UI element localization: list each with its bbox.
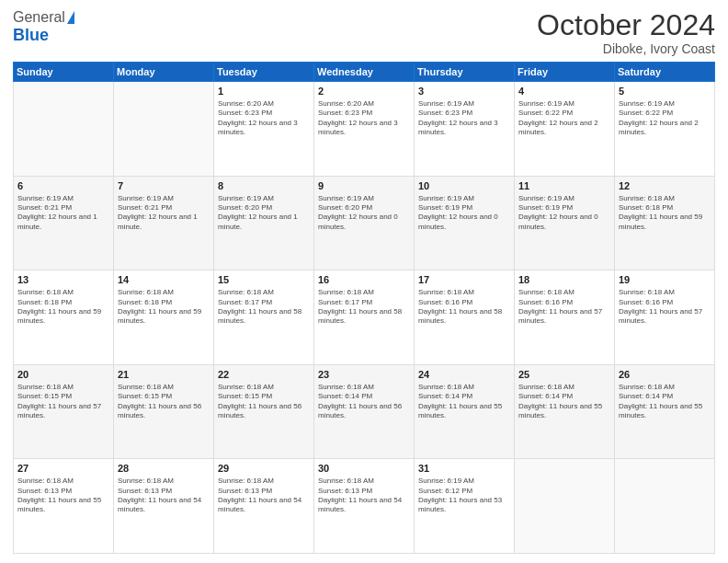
day-info: Sunrise: 6:19 AM Sunset: 6:19 PM Dayligh… xyxy=(518,194,610,233)
day-number: 9 xyxy=(318,179,410,193)
calendar-cell: 22Sunrise: 6:18 AM Sunset: 6:15 PM Dayli… xyxy=(214,364,314,459)
calendar-cell: 27Sunrise: 6:18 AM Sunset: 6:13 PM Dayli… xyxy=(14,459,114,554)
day-info: Sunrise: 6:18 AM Sunset: 6:15 PM Dayligh… xyxy=(17,383,109,421)
day-number: 14 xyxy=(118,273,210,287)
day-number: 15 xyxy=(218,273,310,287)
day-info: Sunrise: 6:19 AM Sunset: 6:12 PM Dayligh… xyxy=(418,477,510,515)
calendar-cell xyxy=(114,82,214,177)
page: General Blue October 2024 Diboke, Ivory … xyxy=(0,0,728,563)
day-number: 23 xyxy=(318,368,410,382)
day-number: 17 xyxy=(418,273,510,287)
calendar-cell: 23Sunrise: 6:18 AM Sunset: 6:14 PM Dayli… xyxy=(314,364,415,459)
day-number: 19 xyxy=(619,273,711,287)
day-number: 3 xyxy=(418,85,510,98)
logo-triangle-icon xyxy=(67,11,74,24)
day-number: 11 xyxy=(518,179,610,193)
day-number: 2 xyxy=(318,85,410,98)
title-block: October 2024 Diboke, Ivory Coast xyxy=(537,9,715,56)
day-info: Sunrise: 6:19 AM Sunset: 6:23 PM Dayligh… xyxy=(418,99,510,138)
day-number: 5 xyxy=(619,85,711,98)
day-info: Sunrise: 6:20 AM Sunset: 6:23 PM Dayligh… xyxy=(318,99,410,138)
day-number: 8 xyxy=(218,179,310,193)
day-info: Sunrise: 6:18 AM Sunset: 6:14 PM Dayligh… xyxy=(418,383,510,421)
day-number: 1 xyxy=(218,85,310,98)
day-info: Sunrise: 6:18 AM Sunset: 6:16 PM Dayligh… xyxy=(518,288,610,327)
day-info: Sunrise: 6:18 AM Sunset: 6:15 PM Dayligh… xyxy=(218,383,310,421)
day-info: Sunrise: 6:18 AM Sunset: 6:14 PM Dayligh… xyxy=(518,383,610,421)
day-info: Sunrise: 6:19 AM Sunset: 6:21 PM Dayligh… xyxy=(118,194,210,233)
calendar-cell: 30Sunrise: 6:18 AM Sunset: 6:13 PM Dayli… xyxy=(314,459,415,554)
calendar-cell: 12Sunrise: 6:18 AM Sunset: 6:18 PM Dayli… xyxy=(615,176,715,270)
day-number: 20 xyxy=(17,368,109,382)
calendar-cell: 28Sunrise: 6:18 AM Sunset: 6:13 PM Dayli… xyxy=(114,459,214,554)
calendar-cell: 29Sunrise: 6:18 AM Sunset: 6:13 PM Dayli… xyxy=(214,459,314,554)
day-number: 6 xyxy=(17,179,109,193)
calendar-cell: 16Sunrise: 6:18 AM Sunset: 6:17 PM Dayli… xyxy=(314,270,415,365)
calendar-cell: 13Sunrise: 6:18 AM Sunset: 6:18 PM Dayli… xyxy=(14,270,114,365)
day-number: 16 xyxy=(318,273,410,287)
calendar-week-1: 1Sunrise: 6:20 AM Sunset: 6:23 PM Daylig… xyxy=(14,82,715,177)
col-wednesday: Wednesday xyxy=(314,63,415,82)
location-subtitle: Diboke, Ivory Coast xyxy=(537,41,715,56)
calendar-cell: 6Sunrise: 6:19 AM Sunset: 6:21 PM Daylig… xyxy=(14,176,114,270)
col-friday: Friday xyxy=(515,63,615,82)
day-number: 21 xyxy=(118,368,210,382)
day-info: Sunrise: 6:18 AM Sunset: 6:17 PM Dayligh… xyxy=(318,288,410,327)
day-info: Sunrise: 6:19 AM Sunset: 6:22 PM Dayligh… xyxy=(518,99,610,138)
calendar-cell: 11Sunrise: 6:19 AM Sunset: 6:19 PM Dayli… xyxy=(515,176,615,270)
calendar-week-2: 6Sunrise: 6:19 AM Sunset: 6:21 PM Daylig… xyxy=(14,176,715,270)
calendar-cell: 9Sunrise: 6:19 AM Sunset: 6:20 PM Daylig… xyxy=(314,176,415,270)
calendar-cell: 21Sunrise: 6:18 AM Sunset: 6:15 PM Dayli… xyxy=(114,364,214,459)
calendar-cell: 20Sunrise: 6:18 AM Sunset: 6:15 PM Dayli… xyxy=(14,364,114,459)
day-info: Sunrise: 6:18 AM Sunset: 6:13 PM Dayligh… xyxy=(218,477,310,515)
day-info: Sunrise: 6:18 AM Sunset: 6:14 PM Dayligh… xyxy=(318,383,410,421)
col-saturday: Saturday xyxy=(615,63,715,82)
logo-blue-text: Blue xyxy=(13,26,49,44)
day-number: 10 xyxy=(418,179,510,193)
day-info: Sunrise: 6:19 AM Sunset: 6:22 PM Dayligh… xyxy=(619,99,711,138)
day-number: 28 xyxy=(118,462,210,476)
calendar-cell: 3Sunrise: 6:19 AM Sunset: 6:23 PM Daylig… xyxy=(415,82,515,177)
calendar-cell xyxy=(515,459,615,554)
day-number: 22 xyxy=(218,368,310,382)
calendar-week-3: 13Sunrise: 6:18 AM Sunset: 6:18 PM Dayli… xyxy=(14,270,715,365)
calendar-header-row: Sunday Monday Tuesday Wednesday Thursday… xyxy=(14,63,715,82)
day-number: 12 xyxy=(619,179,711,193)
calendar-cell: 25Sunrise: 6:18 AM Sunset: 6:14 PM Dayli… xyxy=(515,364,615,459)
col-monday: Monday xyxy=(114,63,214,82)
calendar-table: Sunday Monday Tuesday Wednesday Thursday… xyxy=(13,62,715,554)
col-tuesday: Tuesday xyxy=(214,63,314,82)
calendar-cell: 4Sunrise: 6:19 AM Sunset: 6:22 PM Daylig… xyxy=(515,82,615,177)
day-number: 7 xyxy=(118,179,210,193)
day-number: 13 xyxy=(17,273,109,287)
calendar-cell: 24Sunrise: 6:18 AM Sunset: 6:14 PM Dayli… xyxy=(415,364,515,459)
day-number: 4 xyxy=(518,85,610,98)
day-number: 24 xyxy=(418,368,510,382)
calendar-cell xyxy=(14,82,114,177)
day-info: Sunrise: 6:18 AM Sunset: 6:13 PM Dayligh… xyxy=(318,477,410,515)
calendar-cell: 5Sunrise: 6:19 AM Sunset: 6:22 PM Daylig… xyxy=(615,82,715,177)
col-sunday: Sunday xyxy=(14,63,114,82)
day-info: Sunrise: 6:18 AM Sunset: 6:18 PM Dayligh… xyxy=(619,194,711,233)
day-info: Sunrise: 6:18 AM Sunset: 6:13 PM Dayligh… xyxy=(17,477,109,515)
day-info: Sunrise: 6:18 AM Sunset: 6:16 PM Dayligh… xyxy=(619,288,711,327)
calendar-cell: 17Sunrise: 6:18 AM Sunset: 6:16 PM Dayli… xyxy=(415,270,515,365)
calendar-cell: 15Sunrise: 6:18 AM Sunset: 6:17 PM Dayli… xyxy=(214,270,314,365)
day-number: 26 xyxy=(619,368,711,382)
day-info: Sunrise: 6:20 AM Sunset: 6:23 PM Dayligh… xyxy=(218,99,310,138)
calendar-cell: 1Sunrise: 6:20 AM Sunset: 6:23 PM Daylig… xyxy=(214,82,314,177)
calendar-cell: 10Sunrise: 6:19 AM Sunset: 6:19 PM Dayli… xyxy=(415,176,515,270)
day-number: 25 xyxy=(518,368,610,382)
header: General Blue October 2024 Diboke, Ivory … xyxy=(13,9,715,56)
calendar-cell: 26Sunrise: 6:18 AM Sunset: 6:14 PM Dayli… xyxy=(615,364,715,459)
day-info: Sunrise: 6:18 AM Sunset: 6:16 PM Dayligh… xyxy=(418,288,510,327)
calendar-cell: 31Sunrise: 6:19 AM Sunset: 6:12 PM Dayli… xyxy=(415,459,515,554)
day-number: 29 xyxy=(218,462,310,476)
calendar-cell: 2Sunrise: 6:20 AM Sunset: 6:23 PM Daylig… xyxy=(314,82,415,177)
day-info: Sunrise: 6:19 AM Sunset: 6:20 PM Dayligh… xyxy=(218,194,310,233)
day-number: 31 xyxy=(418,462,510,476)
day-number: 27 xyxy=(17,462,109,476)
month-title: October 2024 xyxy=(537,9,715,41)
day-info: Sunrise: 6:19 AM Sunset: 6:19 PM Dayligh… xyxy=(418,194,510,233)
day-info: Sunrise: 6:18 AM Sunset: 6:14 PM Dayligh… xyxy=(619,383,711,421)
